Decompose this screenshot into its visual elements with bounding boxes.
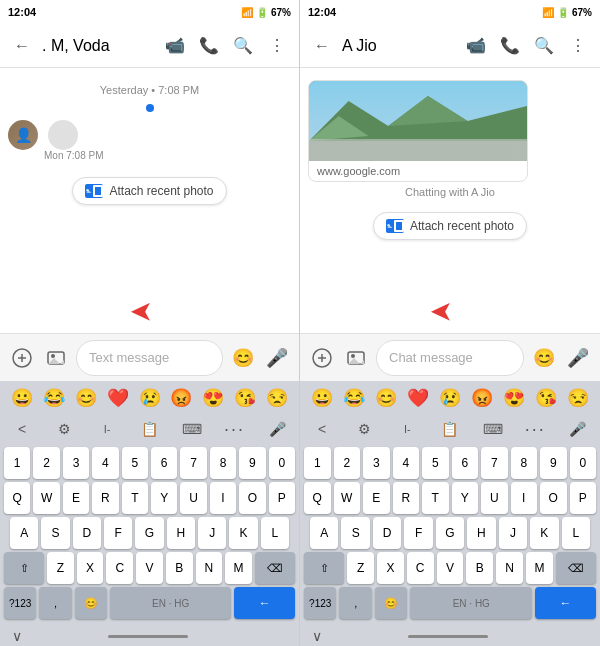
emoji-1-right[interactable]: 😂: [338, 387, 370, 409]
phone-icon-left[interactable]: 📞: [195, 32, 223, 60]
kb-shift-left[interactable]: ⇧: [4, 552, 44, 584]
kb-mic-icon-right[interactable]: 🎤: [564, 415, 592, 443]
kb-l-left[interactable]: L: [261, 517, 289, 549]
kb-shift-right[interactable]: ⇧: [304, 552, 344, 584]
kb-e-right[interactable]: E: [363, 482, 390, 514]
kb-mic-icon-left[interactable]: 🎤: [263, 415, 291, 443]
video-icon-right[interactable]: 📹: [462, 32, 490, 60]
kb-n-right[interactable]: N: [496, 552, 523, 584]
kb-key-5-right[interactable]: 5: [422, 447, 449, 479]
kb-more-icon-left[interactable]: ···: [221, 415, 249, 443]
attach-photo-button-right[interactable]: Attach recent photo: [373, 212, 527, 240]
kb-c-right[interactable]: C: [407, 552, 434, 584]
kb-z-right[interactable]: Z: [347, 552, 374, 584]
kb-x-right[interactable]: X: [377, 552, 404, 584]
emoji-icon-left[interactable]: 😊: [229, 344, 257, 372]
emoji-6-right[interactable]: 😍: [498, 387, 530, 409]
kb-key-5-left[interactable]: 5: [122, 447, 148, 479]
kb-key-6-right[interactable]: 6: [452, 447, 479, 479]
attach-photo-button-left[interactable]: Attach recent photo: [72, 177, 226, 205]
kb-cursor-icon-right[interactable]: I-: [393, 415, 421, 443]
add-icon-left[interactable]: [8, 344, 36, 372]
emoji-0-right[interactable]: 😀: [306, 387, 338, 409]
kb-clipboard-icon-left[interactable]: 📋: [136, 415, 164, 443]
kb-n-left[interactable]: N: [196, 552, 223, 584]
kb-key-3-left[interactable]: 3: [63, 447, 89, 479]
kb-comma-left[interactable]: ,: [39, 587, 71, 619]
kb-s-right[interactable]: S: [341, 517, 369, 549]
kb-u-right[interactable]: U: [481, 482, 508, 514]
kb-clipboard2-icon-left[interactable]: ⌨: [178, 415, 206, 443]
kb-d-left[interactable]: D: [73, 517, 101, 549]
kb-c-left[interactable]: C: [106, 552, 133, 584]
emoji-2-left[interactable]: 😊: [70, 387, 102, 409]
kb-a-right[interactable]: A: [310, 517, 338, 549]
kb-h-left[interactable]: H: [167, 517, 195, 549]
kb-space-left[interactable]: EN · HG: [110, 587, 231, 619]
kb-key-4-left[interactable]: 4: [92, 447, 118, 479]
kb-o-left[interactable]: O: [239, 482, 265, 514]
kb-enter-left[interactable]: ←: [234, 587, 295, 619]
emoji-7-left[interactable]: 😘: [229, 387, 261, 409]
kb-l-right[interactable]: L: [562, 517, 590, 549]
search-icon-right[interactable]: 🔍: [530, 32, 558, 60]
kb-f-left[interactable]: F: [104, 517, 132, 549]
kb-key-9-left[interactable]: 9: [239, 447, 265, 479]
kb-y-left[interactable]: Y: [151, 482, 177, 514]
kb-y-right[interactable]: Y: [452, 482, 479, 514]
kb-f-right[interactable]: F: [404, 517, 432, 549]
emoji-3-left[interactable]: ❤️: [102, 387, 134, 409]
kb-g-right[interactable]: G: [436, 517, 464, 549]
kb-b-right[interactable]: B: [466, 552, 493, 584]
emoji-icon-right[interactable]: 😊: [530, 344, 558, 372]
kb-key-2-right[interactable]: 2: [334, 447, 361, 479]
chevron-down-left[interactable]: ∨: [12, 628, 22, 644]
kb-z-left[interactable]: Z: [47, 552, 74, 584]
kb-key-4-right[interactable]: 4: [393, 447, 420, 479]
emoji-3-right[interactable]: ❤️: [402, 387, 434, 409]
more-icon-left[interactable]: ⋮: [263, 32, 291, 60]
kb-key-9-right[interactable]: 9: [540, 447, 567, 479]
kb-w-left[interactable]: W: [33, 482, 59, 514]
kb-d-right[interactable]: D: [373, 517, 401, 549]
kb-h-right[interactable]: H: [467, 517, 495, 549]
input-field-right[interactable]: Chat message: [376, 340, 524, 376]
more-icon-right[interactable]: ⋮: [564, 32, 592, 60]
emoji-4-right[interactable]: 😢: [434, 387, 466, 409]
input-field-left[interactable]: Text message: [76, 340, 223, 376]
kb-k-left[interactable]: K: [229, 517, 257, 549]
kb-m-right[interactable]: M: [526, 552, 553, 584]
kb-j-right[interactable]: J: [499, 517, 527, 549]
kb-p-right[interactable]: P: [570, 482, 597, 514]
kb-key-6-left[interactable]: 6: [151, 447, 177, 479]
kb-q-right[interactable]: Q: [304, 482, 331, 514]
kb-delete-right[interactable]: ⌫: [556, 552, 596, 584]
kb-delete-left[interactable]: ⌫: [255, 552, 295, 584]
add-icon-right[interactable]: [308, 344, 336, 372]
kb-chevron-left[interactable]: <: [8, 415, 36, 443]
kb-u-left[interactable]: U: [180, 482, 206, 514]
emoji-0-left[interactable]: 😀: [6, 387, 38, 409]
kb-key-2-left[interactable]: 2: [33, 447, 59, 479]
kb-key-8-left[interactable]: 8: [210, 447, 236, 479]
kb-j-left[interactable]: J: [198, 517, 226, 549]
kb-enter-right[interactable]: ←: [535, 587, 596, 619]
kb-r-left[interactable]: R: [92, 482, 118, 514]
kb-chevron-right[interactable]: <: [308, 415, 336, 443]
emoji-6-left[interactable]: 😍: [197, 387, 229, 409]
kb-key-0-right[interactable]: 0: [570, 447, 597, 479]
kb-m-left[interactable]: M: [225, 552, 252, 584]
kb-e-left[interactable]: E: [63, 482, 89, 514]
kb-emoji-right[interactable]: 😊: [375, 587, 407, 619]
kb-key-3-right[interactable]: 3: [363, 447, 390, 479]
kb-key-0-left[interactable]: 0: [269, 447, 295, 479]
kb-p-left[interactable]: P: [269, 482, 295, 514]
kb-settings-icon-left[interactable]: ⚙: [51, 415, 79, 443]
kb-key-1-left[interactable]: 1: [4, 447, 30, 479]
mic-icon-left[interactable]: 🎤: [263, 344, 291, 372]
kb-more-icon-right[interactable]: ···: [521, 415, 549, 443]
kb-o-right[interactable]: O: [540, 482, 567, 514]
back-button-right[interactable]: ←: [308, 32, 336, 60]
kb-cursor-icon-left[interactable]: I-: [93, 415, 121, 443]
kb-sym-right[interactable]: ?123: [304, 587, 336, 619]
